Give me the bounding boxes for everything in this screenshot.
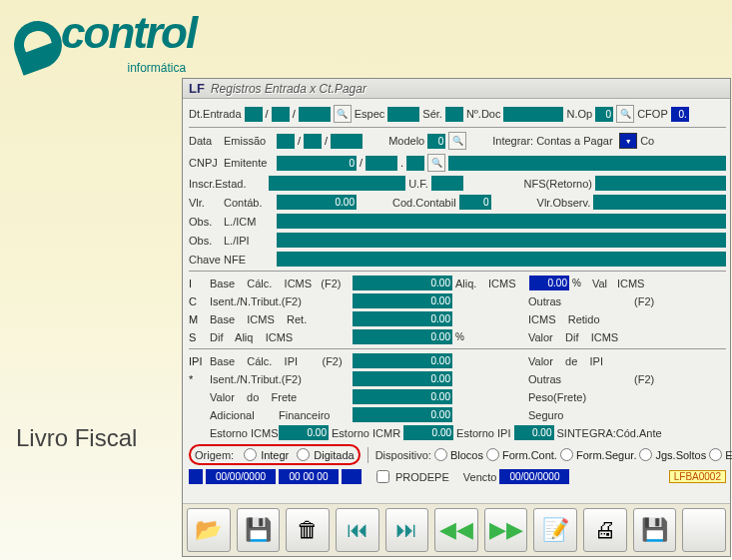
obs-icm-input[interactable] [277, 214, 726, 229]
ndoc-label: Nº.Doc [466, 108, 501, 120]
notes-button[interactable]: 📝 [533, 508, 577, 552]
cnpj-branch[interactable] [366, 156, 397, 171]
dif-aliq-input[interactable] [353, 329, 452, 344]
window-prefix: LF [189, 81, 205, 96]
delete-button[interactable]: 🗑 [286, 508, 330, 552]
integrar-dropdown[interactable] [619, 133, 637, 149]
disp-formcont-radio[interactable] [486, 448, 499, 461]
nfs-input[interactable] [595, 176, 726, 191]
title-bar: LF Registros Entrada x Ct.Pagar [183, 79, 730, 99]
obs2-sub: L./IPI [224, 235, 274, 247]
aliq-icms-input[interactable] [529, 276, 569, 290]
ndoc-input[interactable] [503, 107, 563, 122]
emissao-label: Emissão [224, 135, 274, 147]
codcontab-label: Cod.Contabil [392, 197, 456, 209]
nop-input[interactable] [595, 107, 613, 122]
isent-icms-input[interactable] [353, 293, 452, 308]
save-button[interactable]: 💾 [237, 508, 281, 552]
prodepe-checkbox[interactable] [376, 470, 389, 483]
nop-label: N.Op [566, 108, 592, 120]
uf-input[interactable] [431, 176, 463, 191]
disp-blocos-radio[interactable] [434, 448, 447, 461]
disp-ec-radio[interactable] [709, 448, 722, 461]
codcontab-input[interactable] [459, 195, 491, 210]
footer-time[interactable] [279, 469, 339, 484]
dtentrada-m[interactable] [272, 107, 290, 122]
cnpj-main[interactable] [277, 156, 357, 171]
dtentrada-d[interactable] [245, 107, 263, 122]
emissao-d[interactable] [277, 134, 295, 149]
isent-ipi-input[interactable] [353, 371, 452, 386]
chave-label: Chave [189, 254, 221, 266]
tax-i-label: I [189, 278, 207, 289]
cnpj-label: CNPJ [189, 157, 221, 169]
base-ipi-input[interactable] [353, 353, 452, 368]
form-code: LFBA0002 [669, 470, 726, 483]
cfop-input[interactable] [671, 107, 689, 122]
save-alt-button[interactable]: 💾 [633, 508, 677, 552]
open-button[interactable]: 📂 [187, 508, 231, 552]
last-record-button[interactable]: ⏭ [385, 508, 429, 552]
obs-ipi-input[interactable] [277, 233, 726, 248]
tax-section: I Base Cálc. ICMS (F2) Aliq. ICMS % Val … [189, 276, 726, 440]
first-record-button[interactable]: ⏮ [336, 508, 379, 552]
print-button[interactable]: 🖨 [583, 508, 627, 552]
dispositivo-label: Dispositivo: [375, 449, 431, 461]
window-title: Registros Entrada x Ct.Pagar [211, 82, 366, 96]
origem-integr-radio[interactable] [244, 448, 257, 461]
estorno-icmr-input[interactable] [403, 425, 453, 440]
espec-input[interactable] [387, 107, 419, 122]
chave-nfe-input[interactable] [277, 252, 726, 267]
modelo-input[interactable] [427, 134, 445, 149]
footer-date[interactable] [206, 469, 276, 484]
ser-input[interactable] [445, 107, 463, 122]
tax-m-label: M [189, 313, 207, 325]
inscr-input[interactable] [269, 176, 405, 191]
emissao-m[interactable] [304, 134, 322, 149]
adicional-input[interactable] [353, 407, 452, 422]
espec-label: Espec [355, 108, 385, 120]
origem-label: Origem: [195, 449, 234, 461]
dtentrada-y[interactable] [299, 107, 331, 122]
integrar-option: Contas a Pagar [536, 135, 616, 147]
estorno-ipi-input[interactable] [514, 425, 554, 440]
brand-name: control [61, 8, 196, 57]
obs1-sub: L./ICM [224, 216, 274, 228]
footer-inp1[interactable] [189, 469, 203, 484]
next-record-button[interactable]: ▶▶ [484, 508, 528, 552]
vlrobs-input[interactable] [593, 195, 726, 210]
estorno-icms-input[interactable] [279, 425, 329, 440]
disp-jgssoltos-radio[interactable] [639, 448, 652, 461]
cnpj-search-icon[interactable]: 🔍 [427, 154, 445, 172]
logo-icon [7, 14, 69, 76]
uf-label: U.F. [408, 178, 428, 190]
nop-search-icon[interactable]: 🔍 [616, 105, 634, 123]
dtentrada-label: Dt.Entrada [189, 108, 242, 120]
vencto-label: Vencto [463, 471, 497, 483]
contab-label: Contáb. [224, 197, 274, 209]
vlr-label: Vlr. [189, 197, 221, 209]
origem-digitada-radio[interactable] [297, 448, 310, 461]
vlrcontab-input[interactable] [277, 195, 357, 210]
nfs-label: NFS(Retorno) [524, 178, 592, 190]
base-icms-input[interactable] [353, 276, 452, 290]
footer-inp2[interactable] [342, 469, 362, 484]
modelo-label: Modelo [388, 135, 424, 147]
header-row: Dt.Entrada / / 🔍 Espec Sér. Nº.Doc N.Op … [189, 105, 726, 123]
date-search-icon[interactable]: 🔍 [334, 105, 352, 123]
cnpj-dv[interactable] [406, 156, 424, 171]
vencto-date[interactable] [499, 469, 569, 484]
cnpj-name[interactable] [448, 156, 726, 171]
tax-s-label: S [189, 331, 207, 343]
tax-c-label: C [189, 295, 207, 307]
frete-input[interactable] [353, 389, 452, 404]
brand-logo: control informática [14, 8, 196, 75]
base-icmsret-input[interactable] [353, 311, 452, 326]
emissao-y[interactable] [331, 134, 363, 149]
disp-formsegur-radio[interactable] [560, 448, 573, 461]
bottom-toolbar: 📂 💾 🗑 ⏮ ⏭ ◀◀ ▶▶ 📝 🖨 💾 [183, 503, 730, 556]
prev-record-button[interactable]: ◀◀ [434, 508, 478, 552]
co-label: Co [640, 135, 654, 147]
extra-button[interactable] [682, 508, 726, 552]
modelo-search-icon[interactable]: 🔍 [448, 132, 466, 150]
